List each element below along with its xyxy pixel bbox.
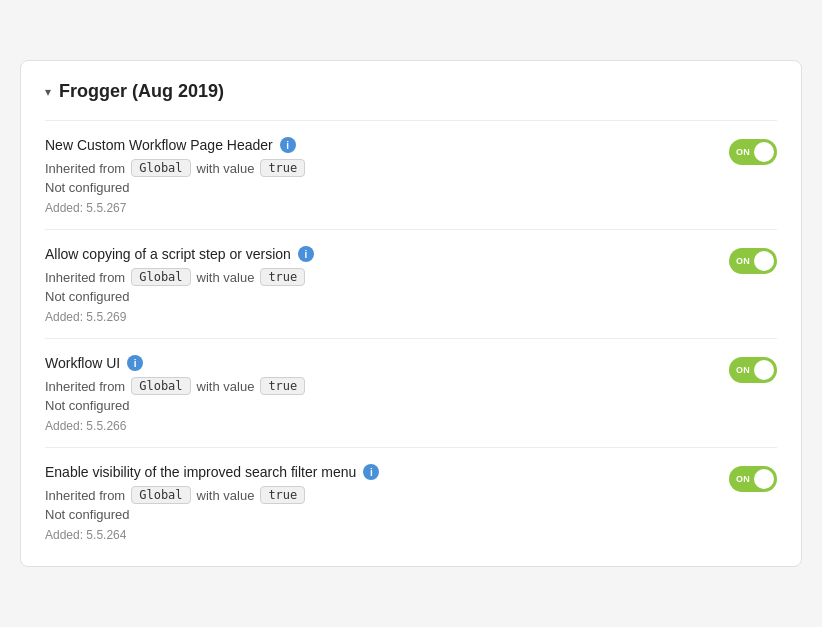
inherited-row: Inherited from Global with value true xyxy=(45,268,729,286)
with-value-label: with value xyxy=(197,488,255,503)
value-badge: true xyxy=(260,159,305,177)
toggle-slider: ON xyxy=(729,357,777,383)
feature-content: Workflow UI i Inherited from Global with… xyxy=(45,355,729,437)
feature-title-row: Workflow UI i xyxy=(45,355,729,371)
section-header: ▾ Frogger (Aug 2019) xyxy=(45,81,777,102)
feature-title-row: Allow copying of a script step or versio… xyxy=(45,246,729,262)
toggle-on-label: ON xyxy=(736,256,750,266)
toggle-slider: ON xyxy=(729,139,777,165)
inherited-from-label: Inherited from xyxy=(45,488,125,503)
global-badge: Global xyxy=(131,268,190,286)
inherited-row: Inherited from Global with value true xyxy=(45,159,729,177)
feature-name: New Custom Workflow Page Header xyxy=(45,137,273,153)
section-title: Frogger (Aug 2019) xyxy=(59,81,224,102)
feature-toggle[interactable]: ON xyxy=(729,248,777,274)
toggle-slider: ON xyxy=(729,248,777,274)
features-list: New Custom Workflow Page Header i Inheri… xyxy=(45,120,777,556)
feature-title-row: Enable visibility of the improved search… xyxy=(45,464,729,480)
feature-item: Enable visibility of the improved search… xyxy=(45,447,777,556)
with-value-label: with value xyxy=(197,161,255,176)
global-badge: Global xyxy=(131,159,190,177)
value-badge: true xyxy=(260,377,305,395)
not-configured-label: Not configured xyxy=(45,507,729,522)
feature-title-row: New Custom Workflow Page Header i xyxy=(45,137,729,153)
feature-toggle[interactable]: ON xyxy=(729,139,777,165)
feature-item: Allow copying of a script step or versio… xyxy=(45,229,777,338)
with-value-label: with value xyxy=(197,270,255,285)
added-version-label: Added: 5.5.267 xyxy=(45,201,729,215)
not-configured-label: Not configured xyxy=(45,398,729,413)
feature-content: New Custom Workflow Page Header i Inheri… xyxy=(45,137,729,219)
main-container: ▾ Frogger (Aug 2019) New Custom Workflow… xyxy=(20,60,802,567)
toggle-on-label: ON xyxy=(736,147,750,157)
info-icon[interactable]: i xyxy=(127,355,143,371)
info-icon[interactable]: i xyxy=(280,137,296,153)
feature-name: Workflow UI xyxy=(45,355,120,371)
value-badge: true xyxy=(260,486,305,504)
info-icon[interactable]: i xyxy=(363,464,379,480)
feature-row: Workflow UI i Inherited from Global with… xyxy=(45,355,777,437)
feature-item: Workflow UI i Inherited from Global with… xyxy=(45,338,777,447)
feature-content: Allow copying of a script step or versio… xyxy=(45,246,729,328)
toggle-slider: ON xyxy=(729,466,777,492)
global-badge: Global xyxy=(131,377,190,395)
inherited-row: Inherited from Global with value true xyxy=(45,377,729,395)
feature-row: Allow copying of a script step or versio… xyxy=(45,246,777,328)
added-version-label: Added: 5.5.264 xyxy=(45,528,729,542)
feature-name: Allow copying of a script step or versio… xyxy=(45,246,291,262)
feature-toggle[interactable]: ON xyxy=(729,466,777,492)
feature-toggle[interactable]: ON xyxy=(729,357,777,383)
feature-name: Enable visibility of the improved search… xyxy=(45,464,356,480)
not-configured-label: Not configured xyxy=(45,289,729,304)
not-configured-label: Not configured xyxy=(45,180,729,195)
value-badge: true xyxy=(260,268,305,286)
inherited-row: Inherited from Global with value true xyxy=(45,486,729,504)
info-icon[interactable]: i xyxy=(298,246,314,262)
feature-row: New Custom Workflow Page Header i Inheri… xyxy=(45,137,777,219)
global-badge: Global xyxy=(131,486,190,504)
inherited-from-label: Inherited from xyxy=(45,270,125,285)
toggle-on-label: ON xyxy=(736,474,750,484)
inherited-from-label: Inherited from xyxy=(45,379,125,394)
inherited-from-label: Inherited from xyxy=(45,161,125,176)
added-version-label: Added: 5.5.269 xyxy=(45,310,729,324)
added-version-label: Added: 5.5.266 xyxy=(45,419,729,433)
feature-row: Enable visibility of the improved search… xyxy=(45,464,777,546)
feature-item: New Custom Workflow Page Header i Inheri… xyxy=(45,120,777,229)
with-value-label: with value xyxy=(197,379,255,394)
chevron-down-icon[interactable]: ▾ xyxy=(45,85,51,99)
feature-content: Enable visibility of the improved search… xyxy=(45,464,729,546)
toggle-on-label: ON xyxy=(736,365,750,375)
